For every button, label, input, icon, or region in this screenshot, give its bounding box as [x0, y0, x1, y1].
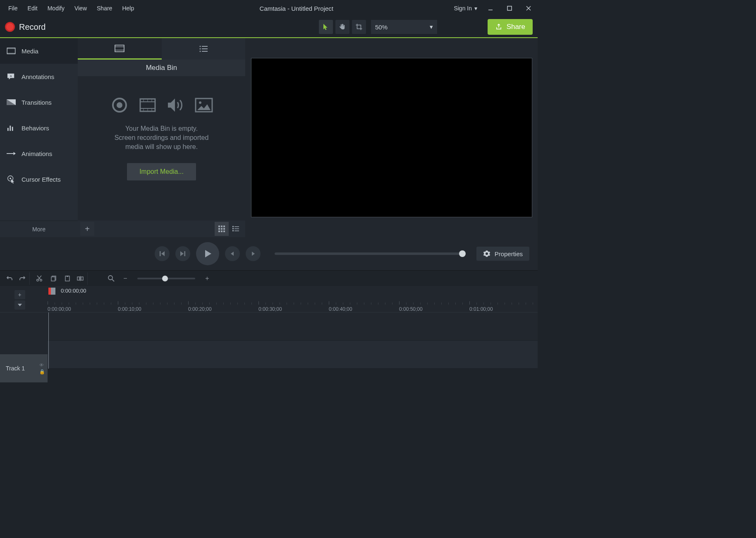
- sidebar-item-cursor-effects[interactable]: Cursor Effects: [0, 166, 78, 192]
- annotations-icon: a: [7, 72, 16, 81]
- menu-edit[interactable]: Edit: [23, 2, 43, 14]
- svg-marker-14: [14, 152, 16, 155]
- signin-button[interactable]: Sign In ▾: [454, 5, 477, 12]
- svg-rect-42: [218, 228, 220, 230]
- record-label: Record: [19, 22, 45, 32]
- media-list-tab[interactable]: [162, 38, 246, 60]
- share-button[interactable]: Share: [488, 19, 533, 35]
- menu-file[interactable]: File: [3, 2, 23, 14]
- menu-share[interactable]: Share: [92, 2, 117, 14]
- svg-rect-12: [12, 127, 13, 131]
- sidebar-item-behaviors[interactable]: Behaviors: [0, 115, 78, 141]
- properties-label: Properties: [495, 250, 523, 257]
- cut-button[interactable]: [33, 272, 45, 285]
- split-button[interactable]: [75, 272, 88, 285]
- timeline-ruler[interactable]: 0:00:00;00 0:00:00;00 0:00:10;00 0:00:20…: [48, 286, 538, 312]
- sidebar-item-annotations[interactable]: a Annotations: [0, 64, 78, 89]
- svg-line-72: [112, 279, 114, 281]
- zoom-out-button[interactable]: −: [119, 272, 132, 285]
- svg-point-24: [199, 51, 201, 52]
- media-bin-empty: Your Media Bin is empty. Screen recordin…: [78, 76, 245, 221]
- playhead-line: [48, 312, 49, 369]
- zoom-select[interactable]: 50% ▾: [371, 20, 437, 34]
- zoom-search-icon: [105, 272, 117, 285]
- svg-rect-65: [51, 277, 55, 281]
- svg-rect-44: [223, 228, 225, 230]
- track-1-area[interactable]: [48, 341, 538, 369]
- hand-tool[interactable]: [335, 20, 349, 34]
- share-label: Share: [507, 23, 525, 31]
- minimize-button[interactable]: [485, 2, 496, 14]
- grid-view-button[interactable]: [215, 222, 229, 236]
- undo-button[interactable]: [3, 272, 16, 285]
- sidebar-item-label: Behaviors: [22, 125, 49, 132]
- signin-label: Sign In: [454, 5, 472, 12]
- svg-point-27: [117, 102, 122, 108]
- media-icon: [7, 46, 16, 55]
- record-button[interactable]: Record: [5, 22, 45, 32]
- playback-slider[interactable]: [275, 252, 462, 255]
- properties-button[interactable]: Properties: [476, 247, 529, 261]
- play-button[interactable]: [196, 242, 219, 265]
- svg-rect-52: [232, 230, 234, 231]
- list-view-button[interactable]: [229, 222, 243, 236]
- svg-marker-60: [252, 252, 255, 256]
- media-grid-tab[interactable]: [78, 38, 162, 60]
- timeline-zoom-slider[interactable]: [137, 278, 195, 279]
- preview-panel: [245, 38, 538, 237]
- next-frame-button[interactable]: [175, 246, 190, 261]
- sidebar-item-label: Annotations: [22, 73, 54, 80]
- svg-point-71: [108, 276, 112, 280]
- record-icon: [5, 22, 15, 32]
- import-media-button[interactable]: Import Media...: [127, 163, 196, 180]
- empty-text-2: Screen recordings and imported: [115, 133, 209, 142]
- track-visibility-icon[interactable]: 👁: [39, 363, 45, 367]
- svg-rect-53: [234, 231, 239, 231]
- redo-button[interactable]: [17, 272, 30, 285]
- paste-button[interactable]: [61, 272, 74, 285]
- svg-text:a: a: [10, 74, 12, 78]
- copy-button[interactable]: [47, 272, 60, 285]
- app-title: Camtasia - Untitled Project: [139, 5, 454, 12]
- playhead[interactable]: [48, 288, 55, 295]
- svg-point-16: [10, 178, 11, 179]
- menu-help[interactable]: Help: [117, 2, 139, 14]
- sidebar-item-transitions[interactable]: Transitions: [0, 89, 78, 115]
- menu-view[interactable]: View: [69, 2, 92, 14]
- zoom-in-button[interactable]: +: [201, 272, 213, 285]
- svg-rect-17: [115, 45, 124, 52]
- svg-rect-68: [77, 277, 79, 280]
- cursor-tool[interactable]: [319, 20, 333, 34]
- add-media-button[interactable]: +: [80, 222, 94, 236]
- prev-frame-button[interactable]: [155, 246, 170, 261]
- svg-point-20: [199, 46, 201, 47]
- timeline-zoom-thumb[interactable]: [162, 276, 168, 281]
- close-button[interactable]: [523, 2, 534, 14]
- rewind-button[interactable]: [225, 246, 240, 261]
- track-lock-icon[interactable]: 🔒: [39, 369, 45, 375]
- playback-thumb[interactable]: [459, 250, 466, 257]
- add-track-button[interactable]: +: [14, 290, 25, 299]
- preview-canvas[interactable]: [251, 58, 532, 217]
- sidebar-more-button[interactable]: More: [0, 221, 78, 237]
- svg-rect-67: [67, 276, 68, 277]
- media-panel: Media Bin Your Media Bin is empty. Scree…: [78, 38, 245, 237]
- menu-bar: File Edit Modify View Share Help: [3, 2, 139, 14]
- sidebar-item-animations[interactable]: Animations: [0, 141, 78, 166]
- maximize-button[interactable]: [504, 2, 515, 14]
- svg-rect-47: [223, 231, 225, 232]
- crop-tool[interactable]: [352, 20, 366, 34]
- chevron-down-icon: ▾: [430, 23, 433, 31]
- svg-rect-11: [10, 126, 11, 131]
- collapse-tracks-button[interactable]: [14, 300, 25, 310]
- menu-modify[interactable]: Modify: [43, 2, 69, 14]
- sidebar-item-media[interactable]: Media: [0, 38, 78, 64]
- title-bar: File Edit Modify View Share Help Camtasi…: [0, 0, 538, 17]
- share-icon: [495, 23, 502, 31]
- forward-button[interactable]: [246, 246, 261, 261]
- chevron-down-icon: ▾: [474, 5, 477, 12]
- track-area-empty[interactable]: [48, 312, 538, 341]
- track-label[interactable]: Track 1 👁 🔒: [0, 354, 48, 382]
- svg-rect-5: [7, 48, 15, 49]
- media-bin-header: Media Bin: [78, 60, 245, 76]
